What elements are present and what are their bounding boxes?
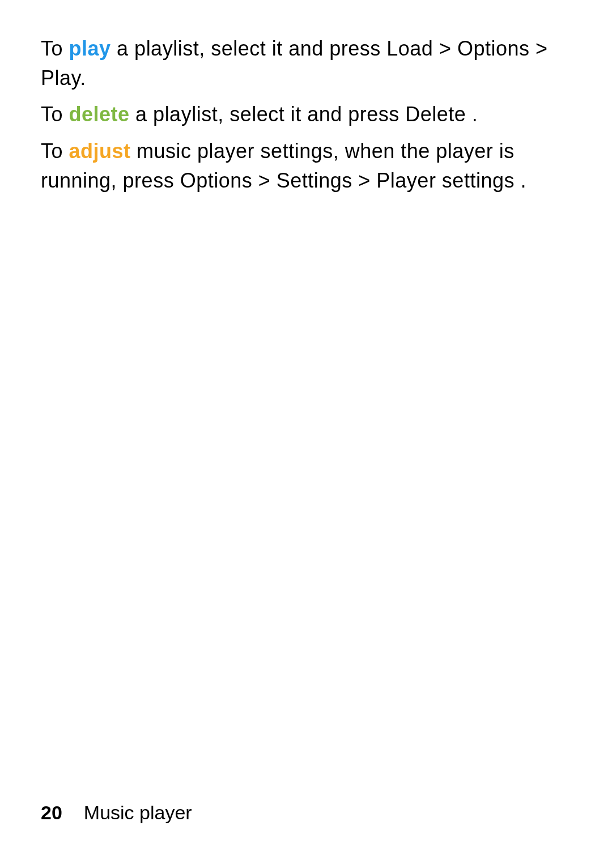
text-before: To: [41, 37, 69, 60]
page-number: 20: [41, 802, 62, 823]
text-before: To: [41, 103, 69, 126]
keyword-adjust: adjust: [69, 139, 131, 163]
document-body: To play a playlist, select it and press …: [41, 34, 571, 195]
text-after: a playlist, select it and press Load > O…: [41, 37, 548, 90]
paragraph-adjust: To adjust music player settings, when th…: [41, 137, 571, 195]
text-after: a playlist, select it and press Delete .: [130, 103, 478, 126]
paragraph-play: To play a playlist, select it and press …: [41, 34, 571, 93]
keyword-play: play: [69, 37, 111, 60]
section-title: Music player: [84, 802, 192, 823]
paragraph-delete: To delete a playlist, select it and pres…: [41, 100, 571, 129]
text-before: To: [41, 139, 69, 163]
page-footer: 20Music player: [41, 802, 192, 824]
keyword-delete: delete: [69, 103, 130, 126]
